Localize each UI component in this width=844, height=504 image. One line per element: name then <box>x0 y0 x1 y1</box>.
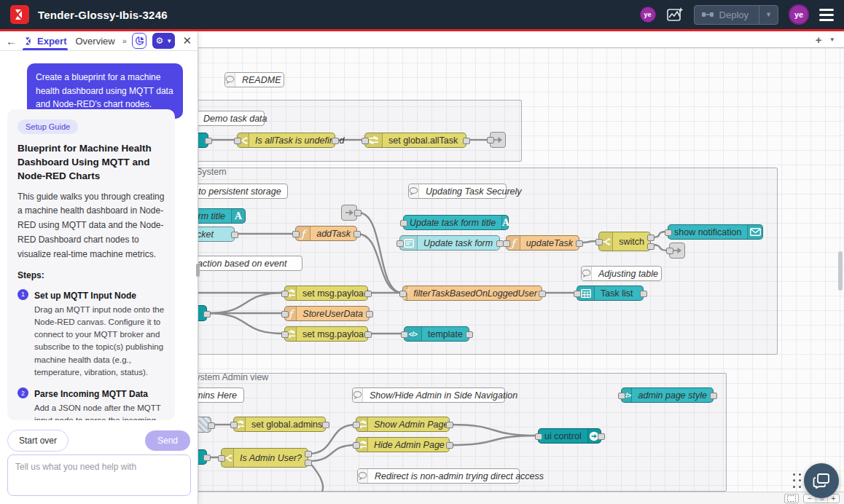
output-port[interactable] <box>710 393 717 399</box>
comment-node[interactable]: Take action based on event <box>198 256 302 271</box>
output-port[interactable] <box>366 311 373 318</box>
output-port[interactable] <box>598 433 605 440</box>
output-port[interactable] <box>353 231 361 237</box>
comment-node[interactable]: Demo task data <box>198 111 265 126</box>
comment-node[interactable]: README <box>224 72 284 87</box>
output-port[interactable] <box>647 243 655 250</box>
output-port[interactable] <box>640 291 647 297</box>
comment-node[interactable]: Add Admins Here <box>198 387 244 403</box>
assistant-input[interactable] <box>7 454 191 496</box>
node-is-alltask-undefined[interactable]: Is allTask is undefined <box>237 133 335 148</box>
deploy-caret-icon[interactable]: ▼ <box>759 6 778 24</box>
node-switch[interactable]: switch <box>598 232 651 251</box>
input-port[interactable] <box>292 231 300 237</box>
output-port[interactable] <box>203 311 211 318</box>
node-inject-demo[interactable] <box>198 133 208 148</box>
node-updatetask[interactable]: ƒupdateTask <box>506 235 579 251</box>
navigator-toggle-button[interactable] <box>784 494 799 503</box>
input-port[interactable] <box>281 291 289 297</box>
node-set-global-admins[interactable]: set global.admins <box>233 417 326 432</box>
start-over-button[interactable]: Start over <box>7 430 69 452</box>
node-is-admin-user[interactable]: Is Admin User? <box>221 448 308 468</box>
node-set-msg-payload-1[interactable]: set msg.payload <box>284 286 368 301</box>
input-port[interactable] <box>234 138 241 144</box>
output-port[interactable] <box>305 460 312 466</box>
node-link-out-2[interactable] <box>669 243 685 259</box>
input-port[interactable] <box>353 422 360 428</box>
node-task-list[interactable]: Task list <box>577 286 644 301</box>
input-port[interactable] <box>665 229 672 236</box>
comment-node[interactable]: Redirect is non-admin trying direct acce… <box>357 468 520 484</box>
node-hide-admin-page[interactable]: Hide Admin Page <box>356 437 450 452</box>
input-port[interactable] <box>281 311 289 318</box>
node-admin-page-style[interactable]: </>admin page style <box>621 387 714 403</box>
fab-drag-handle[interactable] <box>793 473 802 489</box>
more-tabs-icon[interactable]: » <box>122 36 126 45</box>
node-addtask[interactable]: ƒaddTask <box>295 226 357 241</box>
node-template[interactable]: </>template <box>404 326 469 342</box>
node-disabled-node[interactable] <box>198 417 211 433</box>
node-update-task-form-title[interactable]: Update task form titleA <box>403 215 509 230</box>
assistant-chat-button[interactable] <box>804 463 839 498</box>
canvas-vertical-scrollbar[interactable] <box>838 251 843 291</box>
input-port[interactable] <box>487 137 494 143</box>
input-port[interactable] <box>353 442 360 449</box>
node-set-msg-payload-2[interactable]: set msg.payload <box>284 326 368 342</box>
input-port[interactable] <box>396 240 404 247</box>
output-port[interactable] <box>647 235 655 241</box>
input-port[interactable] <box>281 331 289 338</box>
settings-dropdown-button[interactable]: ⚙▼ <box>152 33 175 49</box>
output-port[interactable] <box>205 138 212 144</box>
add-flow-button[interactable]: + <box>816 34 822 46</box>
output-port[interactable] <box>539 291 546 297</box>
tab-expert[interactable]: Expert <box>23 31 68 50</box>
tab-overview[interactable]: Overview <box>74 31 116 50</box>
flow-group[interactable] <box>198 100 522 162</box>
output-port[interactable] <box>364 331 372 338</box>
node-inject-events[interactable] <box>198 305 207 321</box>
flow-list-caret-icon[interactable]: ▾ <box>830 36 834 43</box>
output-port[interactable] <box>322 422 329 428</box>
output-port[interactable] <box>463 138 470 144</box>
comment-node[interactable]: Show/Hide Admin in Side Navigation <box>352 387 505 403</box>
input-port[interactable] <box>362 138 369 144</box>
node-storeuserdata[interactable]: ƒStoreUserData <box>284 306 370 321</box>
deploy-button[interactable]: Deploy ▼ <box>694 5 778 25</box>
output-port[interactable] <box>305 451 312 457</box>
input-port[interactable] <box>399 291 407 297</box>
avatar-small[interactable]: ye <box>640 7 656 23</box>
node-link-out-1[interactable] <box>490 132 506 148</box>
input-port[interactable] <box>218 455 225 462</box>
input-port[interactable] <box>503 240 510 247</box>
input-port[interactable] <box>400 220 407 227</box>
input-port[interactable] <box>574 291 581 297</box>
back-arrow-icon[interactable]: ← <box>6 35 17 47</box>
output-port[interactable] <box>332 138 339 144</box>
node-link-in-1[interactable] <box>341 205 357 221</box>
output-port[interactable] <box>446 422 453 428</box>
node-update-task-form[interactable]: Update task form <box>399 235 500 251</box>
close-sidebar-icon[interactable]: ✕ <box>182 34 192 47</box>
node-show-admin-page[interactable]: Show Admin Page <box>356 417 450 432</box>
node-show-notification[interactable]: show notification <box>668 224 763 240</box>
output-port[interactable] <box>466 331 473 338</box>
node-add-task-form-title[interactable]: Add task form titleA <box>198 208 246 224</box>
output-port[interactable] <box>354 210 362 216</box>
output-port[interactable] <box>203 454 211 461</box>
output-port[interactable] <box>208 422 215 429</box>
comment-node[interactable]: Adjusting table <box>581 266 662 281</box>
input-port[interactable] <box>230 422 238 428</box>
comment-node[interactable]: Updating Task Securely <box>408 184 507 199</box>
input-port[interactable] <box>666 248 673 254</box>
node-inject-admin[interactable] <box>198 449 207 465</box>
node-filtertask[interactable]: ƒfilterTaskBasedOnLoggedUser <box>402 286 542 301</box>
avatar-user[interactable]: ye <box>789 4 809 25</box>
flow-canvas[interactable]: − ○ + SystemSystem Admin view README Dem… <box>198 48 844 504</box>
input-port[interactable] <box>618 393 625 399</box>
comment-node[interactable]: Save task to persistent storage <box>198 184 288 199</box>
node-set-global-alltask[interactable]: set global.allTask <box>364 133 466 148</box>
output-port[interactable] <box>446 442 453 449</box>
node-add-ticket[interactable]: Add ticket <box>198 227 235 242</box>
main-menu-icon[interactable] <box>819 9 834 21</box>
output-port[interactable] <box>576 240 583 247</box>
